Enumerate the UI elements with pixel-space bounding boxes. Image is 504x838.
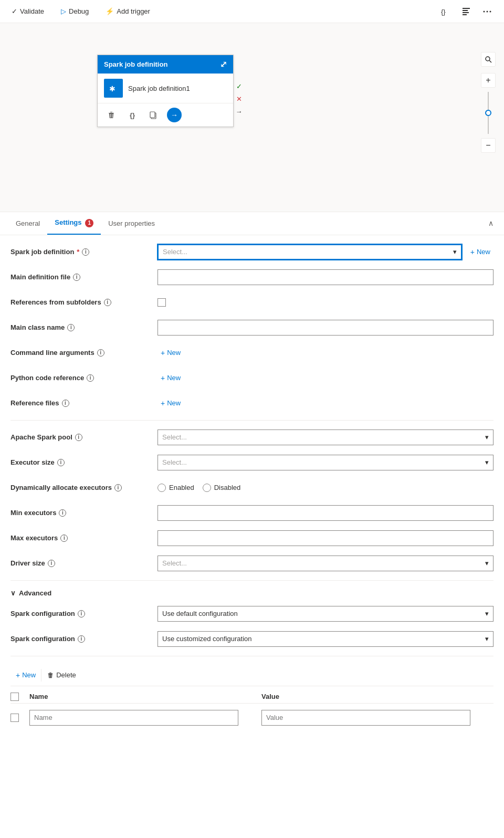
ref-files-control: + New [158,397,494,410]
properties-button[interactable] [458,3,475,20]
collapse-panel-button[interactable]: ∧ [486,217,496,229]
table-select-all-checkbox[interactable] [10,693,19,701]
table-delete-button[interactable]: Delete [41,669,81,681]
disabled-radio[interactable]: Disabled [203,484,241,492]
run-node-button[interactable]: → [167,108,182,122]
refs-subfolders-checkbox-wrapper [158,298,494,307]
dynamic-alloc-info-icon[interactable]: i [114,484,122,491]
executor-size-select[interactable]: Select... ▾ [158,455,494,470]
spark-config2-info-icon[interactable]: i [78,635,85,643]
main-class-name-info-icon[interactable]: i [67,324,75,331]
divider-3 [10,656,494,656]
python-code-info-icon[interactable]: i [87,374,94,382]
svg-rect-4 [463,14,467,15]
enabled-radio[interactable]: Enabled [158,484,194,492]
cmd-args-new-button[interactable]: + New [158,347,494,359]
zoom-in-button[interactable]: + [481,73,496,88]
copy-node-button[interactable] [146,108,161,122]
cmd-args-control: + New [158,347,494,359]
executor-size-info-icon[interactable]: i [57,459,65,466]
min-executors-info-icon[interactable]: i [59,509,66,517]
spark-config2-select[interactable]: Use customized configuration ▾ [158,631,494,647]
add-trigger-button[interactable]: ⚡ Add trigger [102,5,153,17]
code-view-button[interactable]: {} [437,3,454,20]
spark-config1-label: Spark configuration i [10,610,158,617]
spark-job-def-select[interactable]: Select... ▾ [158,244,462,260]
executor-size-control: Select... ▾ [158,455,494,470]
bottom-panel: General Settings 1 User properties ∧ Spa… [0,212,504,736]
main-def-file-input[interactable] [158,269,494,285]
driver-size-info-icon[interactable]: i [48,560,55,567]
executor-size-label: Executor size i [10,458,158,466]
ref-files-info-icon[interactable]: i [62,400,69,407]
dynamic-alloc-control: Enabled Disabled [158,484,494,492]
node-type-icon: ✱ [104,79,123,98]
svg-line-12 [489,60,491,62]
ref-files-label: Reference files i [10,399,158,407]
canvas-search-button[interactable] [481,52,496,67]
refs-subfolders-checkbox[interactable] [158,298,166,307]
spark-config1-select[interactable]: Use default configuration ▾ [158,606,494,622]
spark-config2-row: Spark configuration i Use customized con… [10,631,494,647]
table-row [10,708,494,728]
zoom-out-button[interactable]: − [481,138,496,153]
row-value-cell [261,710,494,726]
svg-rect-3 [463,12,469,13]
zoom-handle[interactable] [485,110,491,116]
cmd-args-info-icon[interactable]: i [97,349,104,357]
delete-node-button[interactable] [104,108,119,122]
node-header: Spark job definition ⤢ [98,55,233,74]
table-check-col [10,693,29,701]
min-executors-control [158,505,494,521]
row-value-input[interactable] [261,710,470,726]
refs-subfolders-info-icon[interactable]: i [104,299,111,306]
plus-icon: + [470,248,475,256]
svg-text:✱: ✱ [109,85,116,93]
validate-button[interactable]: ✓ Validate [8,5,47,17]
python-code-row: Python code reference i + New [10,370,494,386]
main-toolbar: ✓ Validate ▷ Debug ⚡ Add trigger {} [0,0,504,23]
row-name-input[interactable] [29,710,238,726]
svg-point-5 [484,11,485,12]
driver-size-label: Driver size i [10,559,158,567]
max-executors-info-icon[interactable]: i [60,535,68,542]
advanced-section-header[interactable]: ∨ Advanced [10,589,494,597]
more-options-button[interactable] [479,3,496,20]
tab-user-properties[interactable]: User properties [101,213,162,234]
enabled-radio-circle [158,484,166,492]
python-code-label: Python code reference i [10,374,158,382]
row-checkbox[interactable] [10,714,19,722]
tab-settings[interactable]: Settings 1 [47,212,101,235]
apache-spark-pool-info-icon[interactable]: i [75,434,82,441]
svg-rect-1 [463,8,470,9]
spark-job-def-info-icon[interactable]: i [82,248,89,256]
max-executors-label: Max executors i [10,534,158,542]
tab-general[interactable]: General [8,213,47,234]
spark-config1-info-icon[interactable]: i [78,610,85,617]
debug-button[interactable]: ▷ Debug [58,5,92,17]
main-class-name-input[interactable] [158,320,494,336]
spark-job-def-label: Spark job definition * i [10,248,158,256]
max-executors-input[interactable] [158,530,494,546]
min-executors-input[interactable] [158,505,494,521]
driver-size-select[interactable]: Select... ▾ [158,556,494,571]
chevron-down-icon-exec: ▾ [485,458,489,466]
apache-spark-pool-select[interactable]: Select... ▾ [158,430,494,445]
code-node-button[interactable]: {} [125,108,140,122]
toolbar-right: {} [437,3,496,20]
spark-job-def-new-button[interactable]: + New [467,246,494,258]
chevron-down-icon-pool: ▾ [485,433,489,441]
ref-files-new-button[interactable]: + New [158,397,494,410]
table-new-button[interactable]: + New [10,669,41,682]
main-def-file-info-icon[interactable]: i [73,274,80,281]
table-header: Name Value [10,690,494,704]
zoom-slider[interactable] [488,92,489,134]
spark-config2-label: Spark configuration i [10,635,158,643]
main-def-file-control [158,269,494,285]
plus-icon-python: + [161,374,165,382]
spark-job-node[interactable]: Spark job definition ⤢ ✱ Spark job defin… [97,55,234,127]
settings-panel: Spark job definition * i Select... ▾ + N… [0,235,504,736]
validate-icon: ✓ [12,7,17,15]
python-code-new-button[interactable]: + New [158,372,494,384]
disabled-radio-circle [203,484,211,492]
